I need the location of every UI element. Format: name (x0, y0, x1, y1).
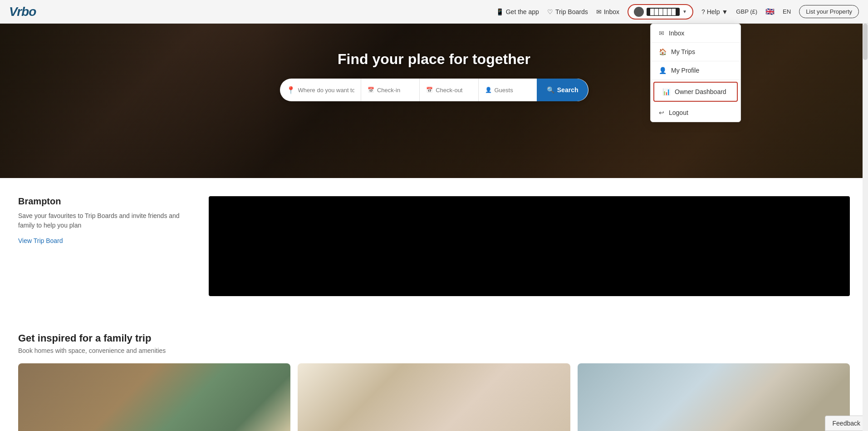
profile-name-redacted: ██████ (647, 8, 680, 16)
calendar-checkout-icon: 📅 (426, 87, 433, 93)
dropdown-my-profile[interactable]: 👤 My Profile (651, 61, 740, 80)
phone-icon: 📱 (496, 8, 504, 15)
dropdown-my-trips[interactable]: 🏠 My Trips (651, 43, 740, 61)
location-icon: 📍 (286, 86, 295, 94)
trip-board-text: Brampton Save your favourites to Trip Bo… (18, 196, 191, 296)
property-cards (18, 363, 850, 431)
logout-icon: ↩ (659, 109, 664, 116)
dropdown-owner-dashboard[interactable]: 📊 Owner Dashboard (653, 82, 738, 102)
header-nav: 📱 Get the app ♡ Trip Boards ✉ Inbox ████… (496, 4, 859, 20)
search-button[interactable]: 🔍 Search (537, 79, 588, 101)
house-icon: 🏠 (659, 48, 667, 55)
mail-icon: ✉ (596, 8, 602, 15)
feedback-button[interactable]: Feedback (825, 416, 868, 431)
dropdown-inbox[interactable]: ✉ Inbox (651, 24, 740, 43)
trip-board-description: Save your favourites to Trip Boards and … (18, 211, 191, 230)
dashboard-icon: 📊 (662, 88, 670, 95)
search-icon: 🔍 (547, 86, 554, 94)
trip-board-image (209, 196, 850, 296)
list-property-button[interactable]: List your Property (799, 5, 859, 18)
checkout-input[interactable] (436, 87, 471, 94)
trip-board-section: Brampton Save your favourites to Trip Bo… (0, 178, 868, 323)
view-trip-board-link[interactable]: View Trip Board (18, 237, 63, 244)
currency-selector[interactable]: GBP (£) (736, 8, 757, 15)
hero-title: Find your place for together (338, 51, 530, 68)
checkin-field[interactable]: 📅 (361, 79, 420, 101)
heart-icon: ♡ (547, 8, 553, 15)
property-card-3[interactable] (578, 363, 850, 431)
property-card-1[interactable] (18, 363, 290, 431)
inspired-section: Get inspired for a family trip Book home… (0, 323, 868, 431)
search-bar: 📍 📅 📅 👤 🔍 Search (280, 79, 588, 101)
calendar-icon: 📅 (368, 87, 374, 93)
profile-button[interactable]: ██████ ▼ (628, 4, 693, 20)
flag-icon: 🇬🇧 (765, 7, 775, 16)
mail-icon: ✉ (659, 30, 664, 37)
property-card-2[interactable] (298, 363, 570, 431)
search-input[interactable] (298, 87, 354, 94)
main-content: Brampton Save your favourites to Trip Bo… (0, 178, 868, 431)
trip-boards-link[interactable]: ♡ Trip Boards (547, 8, 588, 15)
avatar (634, 7, 644, 17)
inbox-link[interactable]: ✉ Inbox (596, 8, 619, 15)
language-selector[interactable]: EN (783, 8, 791, 15)
profile-dropdown: ✉ Inbox 🏠 My Trips 👤 My Profile 📊 Owner … (650, 24, 741, 122)
header: Vrbo 📱 Get the app ♡ Trip Boards ✉ Inbox… (0, 0, 868, 24)
help-circle-icon: ? (701, 8, 705, 15)
inspired-subtitle: Book homes with space, convenience and a… (18, 347, 850, 354)
destination-field[interactable]: 📍 (280, 79, 361, 101)
help-chevron-icon: ▼ (721, 8, 728, 15)
checkout-field[interactable]: 📅 (420, 79, 478, 101)
person-icon: 👤 (659, 67, 667, 74)
dropdown-logout[interactable]: ↩ Logout (651, 104, 740, 122)
trip-board-title: Brampton (18, 196, 191, 207)
guests-icon: 👤 (485, 87, 492, 93)
guests-field[interactable]: 👤 (479, 79, 537, 101)
checkin-input[interactable] (377, 87, 413, 94)
get-app-link[interactable]: 📱 Get the app (496, 8, 539, 15)
chevron-down-icon: ▼ (682, 9, 687, 14)
help-link[interactable]: ? Help ▼ (701, 8, 728, 15)
guests-input[interactable] (495, 87, 530, 94)
vrbo-logo[interactable]: Vrbo (9, 5, 36, 19)
inspired-title: Get inspired for a family trip (18, 332, 850, 344)
